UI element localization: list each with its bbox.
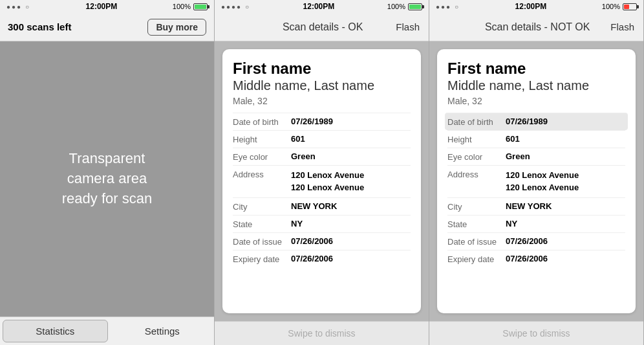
buy-more-button[interactable]: Buy more	[147, 19, 206, 36]
person-middle-last-3: Middle name, Last name	[447, 78, 625, 93]
value-expiry-3: 07/26/2006	[506, 254, 625, 263]
battery-icon-2	[408, 3, 422, 10]
field-row-dob-3: Date of birth 07/26/1989	[445, 113, 628, 130]
value-city-2: NEW YORK	[291, 201, 411, 211]
battery-pct-2: 100%	[387, 3, 405, 10]
battery-fill-3	[624, 5, 629, 9]
label-eye-3: Eye color	[447, 151, 506, 162]
field-row-issue-3: Date of issue 07/26/2006	[447, 232, 625, 250]
time-2: 12:00PM	[303, 2, 335, 11]
detail-nav-2: Scan details - OK Flash	[215, 13, 429, 41]
camera-placeholder-text: Transparentcamera areaready for scan	[62, 149, 152, 208]
swipe-dismiss-3[interactable]: Swipe to dismiss	[429, 321, 643, 345]
label-address-2: Address	[233, 169, 291, 179]
camera-area: Transparentcamera areaready for scan	[0, 41, 214, 317]
field-row-address-2: Address 120 Lenox Avenue120 Lenox Avenue	[233, 165, 411, 197]
phone1-footer: Statistics Settings	[0, 317, 214, 345]
scan-count: 300 scans left	[8, 21, 71, 32]
person-gender-3: Male, 32	[447, 96, 625, 106]
battery-area-3: 100%	[602, 3, 637, 10]
scan-number: 300	[8, 21, 24, 32]
signal-dots-2: ●●●● ○	[221, 3, 250, 10]
value-address-2: 120 Lenox Avenue120 Lenox Avenue	[291, 169, 411, 194]
battery-pct-1: 100%	[173, 3, 191, 10]
battery-pct-3: 100%	[602, 3, 620, 10]
signal-dots-3: ●●● ○	[436, 3, 460, 10]
value-height-3: 601	[506, 134, 625, 144]
signal-dots-1: ●●● ○	[6, 3, 30, 10]
field-row-expiry-2: Expiery date 07/26/2006	[233, 250, 411, 267]
field-row-state-3: State NY	[447, 215, 625, 232]
person-first-name-2: First name	[233, 60, 411, 78]
battery-icon-3	[623, 3, 637, 10]
status-bar-1: ●●● ○ 12:00PM 100%	[0, 0, 214, 13]
flash-button-3[interactable]: Flash	[610, 21, 634, 32]
battery-fill-2	[409, 5, 421, 9]
field-row-height-3: Height 601	[447, 130, 625, 148]
label-dob-2: Date of birth	[233, 117, 291, 127]
label-dob-3: Date of birth	[447, 117, 506, 127]
label-city-3: City	[447, 201, 506, 212]
label-state-3: State	[447, 219, 506, 229]
label-issue-2: Date of issue	[233, 236, 291, 247]
field-row-dob-2: Date of birth 07/26/1989	[233, 113, 411, 130]
value-state-3: NY	[506, 219, 625, 228]
person-first-name-3: First name	[447, 60, 625, 78]
field-row-city-2: City NEW YORK	[233, 197, 411, 215]
label-height-3: Height	[447, 134, 506, 144]
value-issue-3: 07/26/2006	[506, 236, 625, 246]
label-eye-2: Eye color	[233, 151, 291, 162]
value-city-3: NEW YORK	[506, 201, 625, 211]
scan-card-2: First name Middle name, Last name Male, …	[222, 49, 421, 313]
settings-button[interactable]: Settings	[111, 317, 215, 345]
label-address-3: Address	[447, 169, 506, 179]
field-row-state-2: State NY	[233, 215, 411, 232]
value-issue-2: 07/26/2006	[291, 236, 411, 246]
scan-label: scans left	[24, 21, 71, 32]
detail-nav-3: Scan details - NOT OK Flash	[429, 13, 643, 41]
status-bar-2: ●●●● ○ 12:00PM 100%	[215, 0, 429, 13]
battery-area-2: 100%	[387, 3, 422, 10]
label-city-2: City	[233, 201, 291, 212]
field-row-address-3: Address 120 Lenox Avenue120 Lenox Avenue	[447, 165, 625, 197]
value-dob-2: 07/26/1989	[291, 117, 411, 126]
time-1: 12:00PM	[86, 2, 118, 11]
value-state-2: NY	[291, 219, 411, 228]
value-expiry-2: 07/26/2006	[291, 254, 411, 263]
time-3: 12:00PM	[515, 2, 547, 11]
statistics-button[interactable]: Statistics	[3, 320, 108, 342]
value-eye-2: Green	[291, 151, 411, 161]
person-middle-last-2: Middle name, Last name	[233, 78, 411, 93]
status-bar-3: ●●● ○ 12:00PM 100%	[429, 0, 643, 13]
value-eye-3: Green	[506, 151, 625, 161]
field-row-height-2: Height 601	[233, 130, 411, 148]
field-row-issue-2: Date of issue 07/26/2006	[233, 232, 411, 250]
label-expiry-2: Expiery date	[233, 254, 291, 264]
swipe-dismiss-2[interactable]: Swipe to dismiss	[215, 321, 429, 345]
phone1-nav: 300 scans left Buy more	[0, 13, 214, 41]
nav-title-3: Scan details - NOT OK	[464, 21, 610, 33]
value-height-2: 601	[291, 134, 411, 144]
value-dob-3: 07/26/1989	[506, 117, 625, 126]
field-row-eye-3: Eye color Green	[447, 148, 625, 165]
person-gender-2: Male, 32	[233, 96, 411, 106]
field-row-city-3: City NEW YORK	[447, 197, 625, 215]
scan-card-3: First name Middle name, Last name Male, …	[437, 49, 636, 313]
phone-3: ●●● ○ 12:00PM 100% Scan details - NOT OK…	[429, 0, 644, 345]
flash-button-2[interactable]: Flash	[396, 21, 420, 32]
label-issue-3: Date of issue	[447, 236, 506, 247]
battery-fill-1	[195, 5, 206, 9]
field-row-eye-2: Eye color Green	[233, 148, 411, 165]
value-address-3: 120 Lenox Avenue120 Lenox Avenue	[506, 169, 625, 194]
label-state-2: State	[233, 219, 291, 229]
battery-icon-1	[193, 3, 208, 10]
field-row-expiry-3: Expiery date 07/26/2006	[447, 250, 625, 267]
label-height-2: Height	[233, 134, 291, 144]
phone-2: ●●●● ○ 12:00PM 100% Scan details - OK Fl…	[215, 0, 429, 345]
battery-area-1: 100%	[173, 3, 208, 10]
label-expiry-3: Expiery date	[447, 254, 506, 264]
phone-1: ●●● ○ 12:00PM 100% 300 scans left Buy mo…	[0, 0, 215, 345]
nav-title-2: Scan details - OK	[250, 21, 396, 33]
